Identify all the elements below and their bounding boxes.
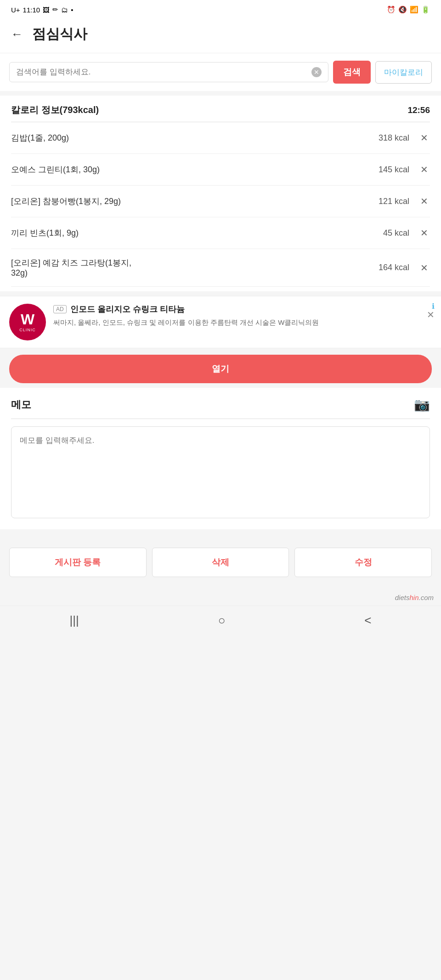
search-section: ✕ 검색 마이칼로리 bbox=[0, 53, 441, 91]
status-right: ⏰ 🔇 📶 🔋 bbox=[387, 6, 430, 14]
camera-button[interactable]: 📷 bbox=[414, 397, 430, 412]
food-item: 오예스 그린티(1회, 30g) 145 kcal ✕ bbox=[11, 154, 430, 186]
food-item: 김밥(1줄, 200g) 318 kcal ✕ bbox=[11, 122, 430, 154]
ad-content: AD 인모드 올리지오 슈링크 티타늄 써마지, 올쎄라, 인모드, 슈링크 및… bbox=[53, 304, 432, 328]
ad-open-button[interactable]: 열기 bbox=[9, 355, 432, 383]
delete-button[interactable]: 삭제 bbox=[152, 548, 289, 577]
battery-icon: 🔋 bbox=[421, 6, 430, 14]
edit-button[interactable]: 수정 bbox=[294, 548, 432, 577]
ad-banner: ℹ W CLINIC AD 인모드 올리지오 슈링크 티타늄 써마지, 올쎄라,… bbox=[0, 296, 441, 348]
time-label: 11:10 bbox=[23, 6, 40, 14]
ad-close-button[interactable]: ✕ bbox=[427, 309, 435, 320]
back-nav-button[interactable]: < bbox=[364, 613, 371, 628]
carrier-label: U+ bbox=[11, 6, 20, 14]
food-delete-button[interactable]: ✕ bbox=[418, 194, 430, 209]
mute-icon: 🔇 bbox=[398, 6, 407, 14]
ad-logo-clinic: CLINIC bbox=[19, 328, 36, 332]
ad-logo: W CLINIC bbox=[9, 304, 46, 340]
food-item: 끼리 빈츠(1회, 9g) 45 kcal ✕ bbox=[11, 217, 430, 249]
ad-label: AD bbox=[53, 305, 67, 313]
food-name: 김밥(1줄, 200g) bbox=[11, 132, 354, 143]
alarm-icon: ⏰ bbox=[387, 6, 396, 14]
memo-header: 메모 📷 bbox=[11, 397, 430, 419]
food-kcal: 145 kcal bbox=[354, 165, 409, 175]
wifi-icon: 📶 bbox=[410, 6, 418, 14]
page-title: 점심식사 bbox=[32, 25, 87, 44]
register-button[interactable]: 게시판 등록 bbox=[9, 548, 147, 577]
status-left: U+ 11:10 🖼 ✏ 🗂 • bbox=[11, 6, 73, 14]
back-button[interactable]: ← bbox=[11, 27, 23, 41]
food-kcal: 45 kcal bbox=[354, 228, 409, 238]
calorie-time: 12:56 bbox=[407, 105, 430, 115]
calorie-section: 칼로리 정보(793kcal) 12:56 김밥(1줄, 200g) 318 k… bbox=[0, 96, 441, 291]
memo-textarea[interactable] bbox=[11, 426, 430, 518]
search-input[interactable] bbox=[16, 68, 308, 77]
watermark: dietshin.com bbox=[0, 591, 441, 606]
food-name: [오리온] 예감 치즈 그라탕(1봉지,32g) bbox=[11, 257, 354, 278]
food-name: 끼리 빈츠(1회, 9g) bbox=[11, 227, 354, 238]
status-bar: U+ 11:10 🖼 ✏ 🗂 • ⏰ 🔇 📶 🔋 bbox=[0, 0, 441, 17]
clear-button[interactable]: ✕ bbox=[311, 67, 322, 77]
bottom-buttons: 게시판 등록 삭제 수정 bbox=[0, 538, 441, 591]
header: ← 점심식사 bbox=[0, 17, 441, 53]
search-input-wrapper: ✕ bbox=[9, 62, 328, 82]
watermark-text: dietshin.com bbox=[395, 594, 434, 601]
my-calorie-button[interactable]: 마이칼로리 bbox=[375, 61, 432, 84]
search-button[interactable]: 검색 bbox=[333, 61, 371, 84]
food-delete-button[interactable]: ✕ bbox=[418, 130, 430, 145]
menu-button[interactable]: ||| bbox=[69, 613, 79, 628]
edit-icon: ✏ bbox=[52, 6, 58, 14]
photo-icon: 🖼 bbox=[43, 6, 50, 14]
food-delete-button[interactable]: ✕ bbox=[418, 162, 430, 177]
food-kcal: 121 kcal bbox=[354, 197, 409, 206]
dot-icon: • bbox=[71, 6, 73, 14]
ad-desc: 써마지, 올쎄라, 인모드, 슈링크 및 레이저를 이용한 주름탄력 개선 시술… bbox=[53, 318, 319, 326]
ad-logo-w: W bbox=[21, 312, 34, 327]
memo-title: 메모 bbox=[11, 398, 31, 412]
home-button[interactable]: ○ bbox=[218, 613, 226, 628]
food-kcal: 164 kcal bbox=[354, 263, 409, 272]
ad-label-row: AD 인모드 올리지오 슈링크 티타늄 bbox=[53, 304, 432, 315]
food-name: [오리온] 참붕어빵(1봉지, 29g) bbox=[11, 196, 354, 207]
food-name: 오예스 그린티(1회, 30g) bbox=[11, 164, 354, 175]
food-delete-button[interactable]: ✕ bbox=[418, 226, 430, 240]
nav-bar: ||| ○ < bbox=[0, 606, 441, 639]
bag-icon: 🗂 bbox=[61, 6, 68, 14]
calorie-header: 칼로리 정보(793kcal) 12:56 bbox=[11, 104, 430, 116]
food-item: [오리온] 참붕어빵(1봉지, 29g) 121 kcal ✕ bbox=[11, 186, 430, 217]
food-kcal: 318 kcal bbox=[354, 133, 409, 143]
food-delete-button[interactable]: ✕ bbox=[418, 261, 430, 275]
food-item: [오리온] 예감 치즈 그라탕(1봉지,32g) 164 kcal ✕ bbox=[11, 249, 430, 287]
calorie-title: 칼로리 정보(793kcal) bbox=[11, 104, 99, 116]
ad-title: 인모드 올리지오 슈링크 티타늄 bbox=[70, 304, 185, 315]
memo-section: 메모 📷 bbox=[0, 388, 441, 529]
